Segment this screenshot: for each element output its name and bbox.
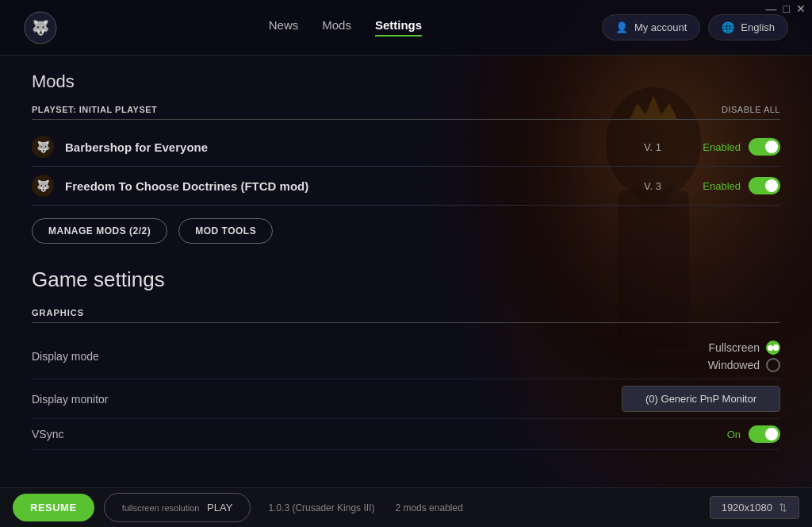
mods-enabled-info: 2 mods enabled [395, 502, 462, 514]
mod-name-1: Barbershop for Everyone [65, 140, 630, 154]
fullscreen-option[interactable]: Fullscreen [708, 340, 780, 355]
my-account-button[interactable]: 👤 My account [602, 14, 700, 40]
svg-text:🐺: 🐺 [32, 19, 50, 37]
minimize-button[interactable]: — [766, 3, 777, 14]
fullscreen-play-label: fullscreen resolution [122, 503, 200, 513]
resolution-dropdown[interactable]: 1920x1080 ⇅ [710, 496, 799, 519]
vsync-value: On [727, 429, 741, 440]
mod-version-2: V. 3 [630, 180, 661, 192]
graphics-header: GRAPHICS [32, 308, 780, 323]
resolution-arrows-icon: ⇅ [779, 502, 787, 514]
vsync-toggle[interactable] [749, 425, 780, 443]
fullscreen-radio[interactable] [766, 340, 780, 355]
fullscreen-label: Fullscreen [708, 341, 760, 354]
maximize-button[interactable]: □ [783, 3, 790, 14]
mod-enabled-label-1: Enabled [703, 141, 741, 153]
resolution-value: 1920x1080 [722, 502, 772, 514]
main-content: Mods PLAYSET: INITIAL PLAYSET DISABLE AL… [0, 56, 812, 487]
globe-icon: 🌐 [722, 21, 734, 33]
resume-button[interactable]: RESUME [13, 494, 94, 521]
play-button[interactable]: fullscreen resolution PLAY [104, 493, 251, 522]
mod-status-2: Enabled [693, 177, 780, 194]
nav-news[interactable]: News [269, 18, 299, 37]
vsync-control: On [727, 425, 780, 443]
mod-toggle-2[interactable] [749, 177, 780, 194]
mod-toggle-1[interactable] [749, 138, 780, 156]
nav-links: News Mods Settings [89, 18, 602, 37]
game-settings-section: Game settings GRAPHICS Display mode Full… [32, 267, 780, 450]
resolution-control: 1920x1080 ⇅ [710, 496, 799, 519]
mod-tools-button[interactable]: MOD TOOLS [178, 218, 273, 244]
windowed-option[interactable]: Windowed [708, 358, 780, 372]
mod-status-1: Enabled [693, 138, 780, 156]
display-monitor-control: (0) Generic PnP Monitor [622, 386, 780, 412]
monitor-dropdown[interactable]: (0) Generic PnP Monitor [622, 386, 780, 412]
language-label: English [741, 21, 775, 33]
mod-enabled-label-2: Enabled [703, 180, 741, 192]
mod-icon-1: 🐺 [32, 136, 54, 158]
display-mode-label: Display mode [32, 350, 708, 363]
mod-icon-2: 🐺 [32, 175, 54, 197]
windowed-radio[interactable] [766, 358, 780, 372]
display-mode-row: Display mode Fullscreen Windowed [32, 334, 780, 379]
play-label: PLAY [207, 502, 232, 514]
display-monitor-label: Display monitor [32, 393, 622, 406]
bottom-bar: RESUME fullscreen resolution PLAY 1.0.3 … [0, 487, 812, 527]
close-button[interactable]: ✕ [796, 3, 806, 14]
app-logo: 🐺 [24, 11, 57, 44]
disable-all-button[interactable]: DISABLE ALL [722, 105, 780, 114]
vsync-label: VSync [32, 428, 727, 440]
button-row: MANAGE MODS (2/2) MOD TOOLS [32, 218, 780, 244]
mod-row: 🐺 Barbershop for Everyone V. 1 Enabled [32, 128, 780, 167]
mods-section: Mods PLAYSET: INITIAL PLAYSET DISABLE AL… [32, 71, 780, 244]
language-button[interactable]: 🌐 English [708, 14, 788, 40]
vsync-row: VSync On [32, 419, 780, 450]
mods-title: Mods [32, 71, 780, 92]
nav-settings[interactable]: Settings [375, 18, 422, 37]
mod-name-2: Freedom To Choose Doctrines (FTCD mod) [65, 179, 630, 193]
top-navigation: 🐺 News Mods Settings 👤 My account 🌐 Engl… [0, 0, 812, 56]
account-label: My account [634, 21, 687, 33]
mod-version-1: V. 1 [630, 141, 661, 153]
windowed-label: Windowed [708, 359, 760, 371]
game-settings-title: Game settings [32, 267, 780, 292]
playset-header: PLAYSET: INITIAL PLAYSET DISABLE ALL [32, 105, 780, 120]
version-info: 1.0.3 (Crusader Kings III) [268, 502, 374, 514]
mod-row: 🐺 Freedom To Choose Doctrines (FTCD mod)… [32, 167, 780, 206]
manage-mods-button[interactable]: MANAGE MODS (2/2) [32, 218, 167, 244]
display-mode-control: Fullscreen Windowed [708, 340, 780, 372]
display-monitor-row: Display monitor (0) Generic PnP Monitor [32, 379, 780, 419]
nav-mods[interactable]: Mods [322, 18, 351, 37]
nav-right: 👤 My account 🌐 English [602, 14, 788, 40]
account-icon: 👤 [615, 21, 628, 33]
playset-title: PLAYSET: INITIAL PLAYSET [32, 105, 157, 114]
